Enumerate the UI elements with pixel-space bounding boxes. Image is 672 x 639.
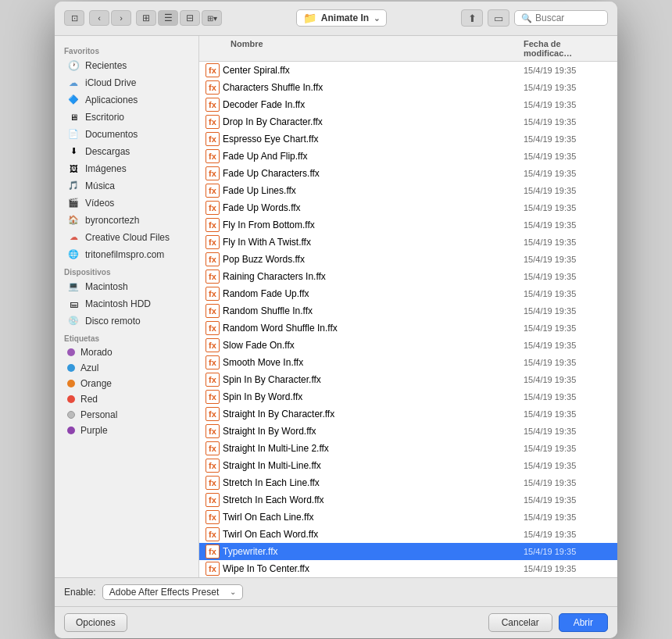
forward-icon: ›: [120, 13, 123, 23]
icon-view-btn[interactable]: ⊞: [136, 10, 156, 26]
file-row[interactable]: fxEspresso Eye Chart.ffx15/4/19 19:35: [199, 130, 617, 148]
back-btn[interactable]: ‹: [89, 10, 109, 26]
sidebar-item-tag-morado[interactable]: Morado: [58, 344, 195, 360]
file-row[interactable]: fxFade Up Words.ffx15/4/19 19:35: [199, 199, 617, 216]
file-row[interactable]: fxRandom Shuffle In.ffx15/4/19 19:35: [199, 302, 617, 320]
file-row[interactable]: fxSpin In By Word.ffx15/4/19 19:35: [199, 388, 617, 405]
file-row[interactable]: fxTwirl On Each Line.ffx15/4/19 19:35: [199, 509, 617, 526]
gallery-view-btn[interactable]: ⊞▾: [202, 10, 222, 26]
sidebar-item-escritorio[interactable]: 🖥 Escritorio: [58, 109, 195, 126]
recientes-icon: 🕐: [67, 59, 80, 72]
abrir-button[interactable]: Abrir: [559, 613, 608, 632]
share-btn[interactable]: ⬆: [461, 9, 483, 27]
file-row[interactable]: fxCharacters Shuffle In.ffx15/4/19 19:35: [199, 79, 617, 96]
file-name: Spin In By Character.ffx: [223, 374, 524, 385]
sidebar-item-tag-purple[interactable]: Purple: [58, 423, 195, 438]
sidebar-item-creative-cloud[interactable]: ☁ Creative Cloud Files: [58, 229, 195, 246]
file-row[interactable]: fxStraight In Multi-Line.ffx15/4/19 19:3…: [199, 457, 617, 474]
file-date: 15/4/19 19:35: [524, 83, 617, 92]
sidebar-item-macintosh[interactable]: 💻 Macintosh: [58, 278, 195, 295]
sidebar-item-descargas[interactable]: ⬇ Descargas: [58, 143, 195, 160]
file-date: 15/4/19 19:35: [524, 323, 617, 333]
file-date: 15/4/19 19:35: [524, 306, 617, 316]
tag-dot-morado: [67, 348, 75, 356]
sidebar-label-recientes: Recientes: [85, 60, 127, 71]
file-row[interactable]: fxRaining Characters In.ffx15/4/19 19:35: [199, 268, 617, 285]
file-row[interactable]: fxWipe In To Center.ffx15/4/19 19:35: [199, 560, 617, 577]
file-row[interactable]: fxDrop In By Character.ffx15/4/19 19:35: [199, 113, 617, 130]
list-view-btn[interactable]: ☰: [158, 10, 178, 26]
file-name: Spin In By Word.ffx: [223, 391, 524, 402]
folder-selector[interactable]: 📁 Animate In ⌄: [296, 9, 387, 27]
file-row[interactable]: fxStraight In By Character.ffx15/4/19 19…: [199, 405, 617, 423]
search-box[interactable]: 🔍: [514, 10, 608, 26]
sidebar-item-tag-personal[interactable]: Personal: [58, 407, 195, 423]
file-row[interactable]: fxTwirl On Each Word.ffx15/4/19 19:35: [199, 526, 617, 543]
file-row[interactable]: fxFly In From Bottom.ffx15/4/19 19:35: [199, 216, 617, 234]
sidebar-item-musica[interactable]: 🎵 Música: [58, 177, 195, 195]
new-folder-btn[interactable]: ▭: [488, 9, 509, 27]
file-row[interactable]: fxStretch In Each Word.ffx15/4/19 19:35: [199, 491, 617, 509]
opciones-button[interactable]: Opciones: [64, 613, 127, 632]
sidebar-item-tag-red[interactable]: Red: [58, 391, 195, 407]
sidebar-item-icloud[interactable]: ☁ iCloud Drive: [58, 74, 195, 91]
file-row[interactable]: fxFade Up Characters.ffx15/4/19 19:35: [199, 165, 617, 182]
file-row[interactable]: fxPop Buzz Words.ffx15/4/19 19:35: [199, 251, 617, 268]
sidebar-item-documentos[interactable]: 📄 Documentos: [58, 126, 195, 143]
search-input[interactable]: [535, 12, 606, 23]
escritorio-icon: 🖥: [67, 111, 80, 123]
sidebar-item-videos[interactable]: 🎬 Vídeos: [58, 195, 195, 212]
file-row[interactable]: fxStraight In Multi-Line 2.ffx15/4/19 19…: [199, 440, 617, 457]
file-row[interactable]: fxTypewriter.ffx15/4/19 19:35: [199, 543, 617, 560]
file-row[interactable]: fxFade Up And Flip.ffx15/4/19 19:35: [199, 148, 617, 165]
file-name: Stretch In Each Line.ffx: [223, 477, 524, 488]
folder-icon: 📁: [303, 12, 316, 24]
file-icon: fx: [206, 115, 220, 129]
col-date-header: Fecha de modificac…: [524, 39, 617, 58]
sidebar: Favoritos 🕐 Recientes ☁ iCloud Drive 🔷 A…: [55, 36, 199, 577]
sidebar-item-aplicaciones[interactable]: 🔷 Aplicaciones: [58, 91, 195, 109]
sidebar-item-imagenes[interactable]: 🖼 Imágenes: [58, 160, 195, 177]
sidebar-item-tag-azul[interactable]: Azul: [58, 360, 195, 376]
sidebar-item-recientes[interactable]: 🕐 Recientes: [58, 57, 195, 74]
sidebar-toggle-btn[interactable]: ⊡: [64, 10, 84, 26]
file-date: 15/4/19 19:35: [524, 547, 617, 556]
file-icon: fx: [206, 424, 220, 438]
file-icon: fx: [206, 562, 220, 576]
file-icon: fx: [206, 476, 220, 490]
file-icon: fx: [206, 218, 220, 232]
sidebar-label-documentos: Documentos: [85, 129, 138, 140]
file-row[interactable]: fxFade Up Lines.ffx15/4/19 19:35: [199, 182, 617, 199]
column-view-btn[interactable]: ⊟: [180, 10, 200, 26]
file-name: Fade Up Words.ffx: [223, 202, 524, 213]
file-row[interactable]: fxSlow Fade On.ffx15/4/19 19:35: [199, 337, 617, 354]
select-chevron-icon: ⌄: [230, 587, 236, 596]
file-row[interactable]: fxFly In With A Twist.ffx15/4/19 19:35: [199, 234, 617, 251]
sidebar-item-byroncortezh[interactable]: 🏠 byroncortezh: [58, 212, 195, 229]
file-row[interactable]: fxStraight In By Word.ffx15/4/19 19:35: [199, 423, 617, 440]
file-row[interactable]: fxStretch In Each Line.ffx15/4/19 19:35: [199, 474, 617, 491]
file-name: Espresso Eye Chart.ffx: [223, 134, 524, 145]
file-date: 15/4/19 19:35: [524, 461, 617, 470]
cancelar-button[interactable]: Cancelar: [488, 613, 552, 632]
creative-cloud-icon: ☁: [67, 231, 80, 244]
file-name: Raining Characters In.ffx: [223, 271, 524, 282]
file-row[interactable]: fxRandom Word Shuffle In.ffx15/4/19 19:3…: [199, 320, 617, 337]
forward-btn[interactable]: ›: [111, 10, 131, 26]
file-row[interactable]: fxSpin In By Character.ffx15/4/19 19:35: [199, 371, 617, 388]
file-row[interactable]: fxCenter Spiral.ffx15/4/19 19:35: [199, 62, 617, 79]
sidebar-item-tag-orange[interactable]: Orange: [58, 376, 195, 391]
file-name: Fly In With A Twist.ffx: [223, 237, 524, 248]
tag-dot-personal: [67, 411, 75, 419]
enable-select[interactable]: Adobe After Effects Preset ⌄: [102, 584, 243, 600]
sidebar-label-tag-purple: Purple: [80, 425, 108, 436]
back-icon: ‹: [98, 13, 101, 23]
sidebar-item-disco-remoto[interactable]: 💿 Disco remoto: [58, 312, 195, 330]
file-date: 15/4/19 19:35: [524, 134, 617, 144]
sidebar-label-escritorio: Escritorio: [85, 112, 124, 123]
file-row[interactable]: fxRandom Fade Up.ffx15/4/19 19:35: [199, 285, 617, 302]
file-row[interactable]: fxDecoder Fade In.ffx15/4/19 19:35: [199, 96, 617, 113]
sidebar-item-tritonefilms[interactable]: 🌐 tritonefilmspro.com: [58, 246, 195, 263]
file-row[interactable]: fxSmooth Move In.ffx15/4/19 19:35: [199, 354, 617, 371]
sidebar-item-macintosh-hdd[interactable]: 🖴 Macintosh HDD: [58, 295, 195, 312]
